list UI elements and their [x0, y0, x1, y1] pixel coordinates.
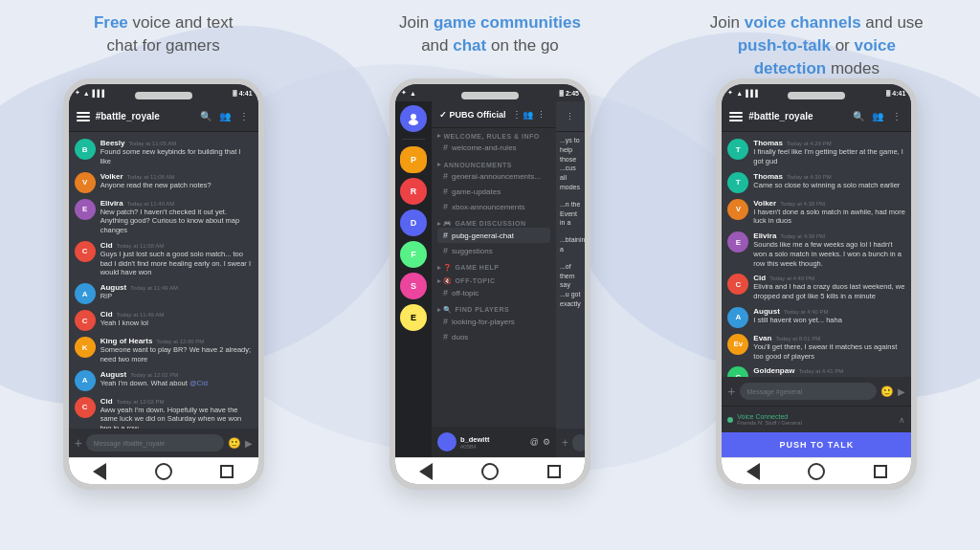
back-button[interactable] — [93, 463, 106, 480]
message-row: A August Today at 4:40 PM I still havent… — [722, 304, 911, 331]
recents-button-2[interactable] — [547, 465, 561, 478]
emoji-icon[interactable]: 🙂 — [228, 437, 241, 450]
status-time-3: 4:41 — [892, 90, 905, 97]
back-button-2[interactable] — [419, 463, 433, 480]
back-button-3[interactable] — [746, 463, 760, 480]
more-icon[interactable]: ⋮ — [237, 110, 251, 123]
server-icon-f[interactable]: F — [400, 241, 427, 268]
emoji-icon-3[interactable]: 🙂 — [880, 385, 894, 398]
channel-list: ✓ PUBG Official ⋮ 👥 ⋮ WELCOME, RULES & I… — [432, 101, 556, 457]
server-menu-icon[interactable]: ⋮ — [512, 109, 522, 120]
phone-3: ✦ ▲ ▌▌▌ ▓ 4:41 #battle_royale — [716, 78, 917, 490]
voice-expand-icon[interactable]: ∧ — [899, 415, 905, 425]
svg-point-0 — [411, 114, 416, 120]
header-icons-3: 🔍 👥 ⋮ — [852, 110, 903, 123]
status-time-1: 4:41 — [239, 90, 253, 97]
message-time: Today at 12:00 PM — [156, 339, 204, 344]
avatar: Ev — [727, 334, 748, 355]
section-title-6: 🔍 FIND PLAYERS — [437, 306, 550, 314]
channel-item-active[interactable]: # pubg-general-chat — [437, 228, 550, 243]
more-icon-3[interactable]: ⋮ — [890, 110, 903, 123]
send-icon-3[interactable]: ▶ — [898, 386, 905, 397]
at-icon[interactable]: @ — [530, 437, 539, 447]
channel-section-game: 🎮 GAME DISCUSSION # pubg-general-chat # … — [432, 216, 556, 260]
channel-item[interactable]: # xbox-announcements — [437, 199, 550, 214]
home-button-3[interactable] — [808, 463, 825, 480]
message-content: August Today at 12:02 PM Yeah I'm down. … — [100, 370, 253, 388]
phone-1-channel-header: #battle_royale 🔍 👥 ⋮ — [69, 101, 258, 132]
hamburger-icon[interactable] — [77, 112, 90, 121]
server-icon-pubg[interactable]: P — [400, 146, 427, 173]
message-row: E Elivira Today at 4:39 PM Sounds like m… — [722, 229, 911, 271]
channel-item[interactable]: # duos — [437, 329, 550, 344]
message-text: Guys I just lost such a good solo match.… — [100, 250, 253, 277]
message-text: Sounds like me a few weeks ago lol I had… — [753, 240, 905, 268]
plus-icon[interactable]: + — [75, 435, 82, 451]
message-content: Elivira Today at 11:40 AM New patch? I h… — [100, 199, 253, 235]
message-header: August Today at 4:40 PM — [753, 307, 905, 316]
home-button-2[interactable] — [481, 463, 499, 480]
send-icon[interactable]: ▶ — [245, 438, 253, 449]
message-time: Today at 4:29 PM — [787, 141, 832, 146]
push-to-talk-button[interactable]: PUSH TO TALK — [722, 432, 911, 457]
channel-item-name: xbox-announcements — [452, 203, 525, 211]
channel-hash: # — [443, 202, 448, 211]
message-text: I still havent won yet... haha — [753, 316, 905, 325]
column-2: Join game communities and chat on the go… — [326, 0, 653, 550]
message-row: Ev Evan Today at 8:01 PM You'll get ther… — [722, 331, 911, 364]
home-button[interactable] — [155, 463, 172, 480]
members-icon-2[interactable]: 👥 — [522, 108, 535, 121]
column-3: Join voice channels and use push-to-talk… — [654, 0, 980, 550]
message-row: C Cid Today at 12:02 PM Aww yeah I'm dow… — [69, 394, 258, 429]
battery-icon-3: ▓ — [886, 90, 890, 96]
members-icon-3[interactable]: 👥 — [871, 110, 884, 123]
user-area: b_dewitt #0584 @ ⚙ — [432, 427, 556, 457]
server-icon-s[interactable]: S — [400, 273, 427, 299]
more-icon-2[interactable]: ⋮ — [535, 108, 548, 121]
message-content: August Today at 11:49 AM RIP — [100, 283, 253, 301]
server-icon-e[interactable]: E — [400, 304, 427, 331]
section-title-2: ANNOUNCEMENTS — [437, 161, 550, 168]
avatar: A — [75, 283, 96, 304]
channel-item[interactable]: # game-updates — [437, 184, 550, 199]
channel-item[interactable]: # welcome-and-rules — [437, 140, 550, 155]
channel-item[interactable]: # off-topic — [437, 285, 550, 300]
message-text: Elivira and I had a crazy duos last week… — [753, 282, 905, 301]
header-icons-1: 🔍 👥 ⋮ — [199, 110, 251, 123]
avatar: V — [75, 172, 96, 193]
channel-section-offtopic: 🔇 OFF-TOPIC # off-topic — [432, 274, 556, 302]
channel-scroll[interactable]: WELCOME, RULES & INFO # welcome-and-rule… — [432, 128, 556, 427]
hamburger-icon-3[interactable] — [729, 112, 743, 121]
message-input-3[interactable]: Message #general — [740, 383, 878, 400]
avatar: C — [75, 310, 96, 331]
main-layout: Free voice and text chat for gamers ✦ ▲ … — [0, 0, 980, 550]
message-header: Cid Today at 4:40 PM — [753, 274, 905, 282]
members-icon[interactable]: 👥 — [218, 110, 232, 123]
col3-bold-1: voice channels — [745, 13, 861, 32]
plus-icon-2[interactable]: + — [562, 436, 568, 450]
channel-item-name: looking-for-players — [452, 318, 515, 326]
status-icons-left-2: ✦ ▲ — [401, 89, 416, 97]
message-time: Today at 11:40 AM — [127, 201, 175, 207]
server-icon-discord[interactable]: D — [400, 209, 427, 236]
recents-button-3[interactable] — [874, 465, 887, 478]
voice-connected-bar: Voice Connected Friends N' Stuff / Gener… — [722, 406, 911, 432]
server-icon-reddit[interactable]: R — [400, 178, 427, 205]
search-icon[interactable]: 🔍 — [199, 110, 212, 123]
channel-item[interactable]: # looking-for-players — [437, 314, 550, 329]
message-content: Thomas Today at 4:30 PM Came so close to… — [753, 172, 905, 190]
channel-item[interactable]: # suggestions — [437, 243, 550, 258]
message-input-2[interactable] — [572, 434, 585, 451]
settings-icon[interactable]: ⚙ — [543, 437, 550, 447]
column-1: Free voice and text chat for gamers ✦ ▲ … — [0, 0, 326, 550]
channel-item[interactable]: # general-announcements... — [437, 168, 550, 184]
message-header: King of Hearts Today at 12:00 PM — [100, 337, 253, 345]
message-input-1[interactable]: Message #battle_royale — [86, 434, 224, 451]
search-icon-3[interactable]: 🔍 — [852, 110, 865, 123]
more-icon-chat[interactable]: ⋮ — [564, 110, 577, 123]
recents-button[interactable] — [220, 465, 234, 478]
channel-hash: # — [443, 143, 448, 152]
server-icon-home[interactable] — [400, 105, 427, 132]
plus-icon-3[interactable]: + — [727, 384, 735, 399]
chat-text-1: ...ys to help those — [560, 136, 581, 164]
